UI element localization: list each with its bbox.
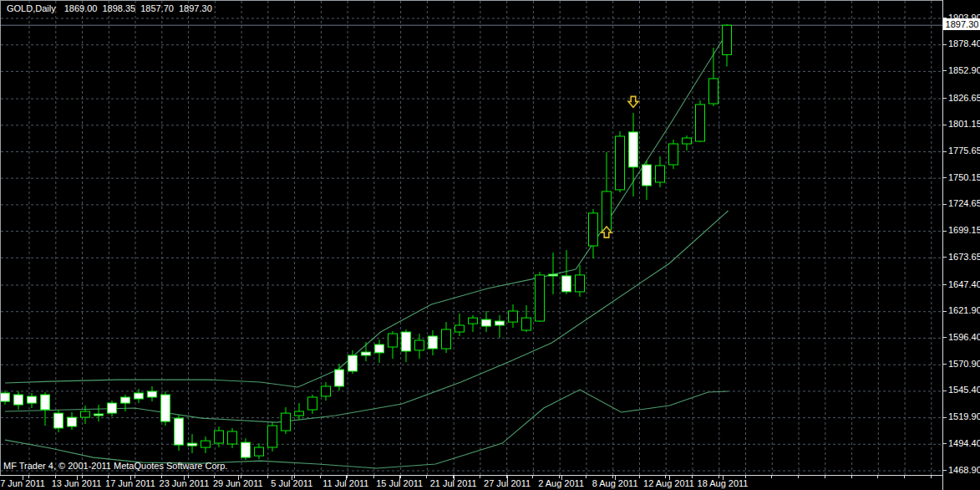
- candle-body[interactable]: [108, 403, 117, 413]
- candle-body[interactable]: [161, 395, 170, 421]
- candle-body[interactable]: [295, 411, 304, 416]
- candle-body[interactable]: [268, 426, 277, 447]
- time-axis-tick: [771, 476, 772, 478]
- price-axis-tick: [943, 443, 947, 444]
- price-axis-tick: [943, 337, 947, 338]
- time-axis-tick: [373, 476, 374, 478]
- candle-body[interactable]: [455, 325, 465, 332]
- time-axis-label: 12 Aug 2011: [643, 478, 694, 488]
- candle-body[interactable]: [135, 393, 144, 399]
- candle-body[interactable]: [576, 275, 585, 292]
- price-axis-label: 1647.40: [948, 279, 980, 290]
- symbol-period-label: GOLD,Daily: [7, 3, 56, 13]
- candle-body[interactable]: [402, 332, 411, 351]
- candle-body[interactable]: [348, 355, 358, 371]
- price-axis-label: 1775.65: [948, 145, 980, 156]
- candle-body[interactable]: [509, 311, 518, 322]
- time-axis-label: 29 Jun 2011: [213, 478, 263, 488]
- candle-body[interactable]: [415, 340, 424, 350]
- price-axis-label: 1750.15: [948, 172, 980, 183]
- candle-body[interactable]: [482, 319, 491, 326]
- time-axis-tick: [532, 476, 533, 478]
- price-axis-label: 1673.65: [948, 252, 980, 263]
- price-axis-tick: [943, 44, 947, 45]
- candle-body[interactable]: [442, 329, 451, 349]
- price-axis-tick: [943, 125, 947, 125]
- candle-body[interactable]: [81, 411, 90, 417]
- price-axis-label: 1724.65: [948, 198, 980, 209]
- candle-body[interactable]: [14, 395, 23, 405]
- time-axis-label: 5 Jul 2011: [271, 478, 312, 488]
- candle-body[interactable]: [255, 447, 264, 456]
- candle-body[interactable]: [602, 191, 612, 230]
- price-axis-label: 1570.90: [948, 359, 980, 370]
- price-axis-label: 1826.65: [948, 93, 980, 104]
- time-axis-tick: [798, 476, 799, 478]
- candle-body[interactable]: [696, 105, 705, 141]
- candle-body[interactable]: [629, 132, 638, 167]
- price-axis-label: 1519.90: [948, 411, 980, 422]
- candle-body[interactable]: [656, 166, 665, 182]
- candle-body[interactable]: [723, 25, 732, 54]
- candle-body[interactable]: [241, 442, 251, 457]
- candle-body[interactable]: [709, 79, 718, 104]
- candle-body[interactable]: [429, 336, 438, 349]
- candle-body[interactable]: [68, 417, 77, 426]
- candle-body[interactable]: [322, 386, 331, 396]
- candle-body[interactable]: [683, 138, 692, 144]
- candle-body[interactable]: [1, 393, 10, 401]
- ohlc-header: GOLD,Daily1869.001898.351857.701897.30: [7, 3, 217, 13]
- price-axis[interactable]: 1903.901878.401852.901826.651801.151775.…: [942, 0, 980, 490]
- time-axis-label: 7 Jun 2011: [0, 478, 45, 488]
- candle-body[interactable]: [41, 395, 50, 410]
- price-axis-label: 1494.40: [948, 438, 980, 449]
- candle-body[interactable]: [121, 397, 130, 403]
- time-axis-tick: [586, 476, 586, 478]
- price-axis-tick: [943, 311, 947, 312]
- price-axis-label: 1878.40: [948, 38, 980, 49]
- candle-body[interactable]: [335, 370, 344, 386]
- candle-body[interactable]: [175, 418, 184, 445]
- candle-body[interactable]: [669, 144, 678, 165]
- price-axis-label: 1468.90: [948, 465, 980, 476]
- time-axis-tick: [267, 476, 268, 478]
- time-axis-label: 8 Aug 2011: [592, 478, 638, 488]
- price-axis-tick: [943, 390, 947, 391]
- candle-body[interactable]: [282, 413, 291, 431]
- candle-body[interactable]: [148, 391, 157, 397]
- time-axis-label: 17 Jun 2011: [105, 478, 155, 488]
- time-axis[interactable]: 7 Jun 201113 Jun 201117 Jun 201123 Jun 2…: [0, 475, 942, 490]
- candle-body[interactable]: [469, 318, 478, 324]
- candle-body[interactable]: [562, 276, 571, 292]
- candle-body[interactable]: [375, 345, 384, 353]
- candle-body[interactable]: [642, 165, 652, 186]
- candle-body[interactable]: [54, 413, 63, 428]
- candle-body[interactable]: [536, 275, 545, 321]
- candle-body[interactable]: [308, 397, 317, 410]
- candle-body[interactable]: [522, 318, 531, 330]
- time-axis-tick: [426, 476, 427, 478]
- candle-body[interactable]: [616, 136, 625, 190]
- bollinger-upper-band: [5, 35, 725, 387]
- down-arrow-icon[interactable]: [628, 96, 638, 107]
- time-axis-tick: [825, 476, 825, 478]
- price-axis-label: 1699.15: [948, 225, 980, 236]
- candlestick-chart[interactable]: [1, 1, 943, 476]
- candle-body[interactable]: [495, 321, 505, 325]
- candle-body[interactable]: [201, 441, 211, 447]
- candle-body[interactable]: [94, 414, 104, 416]
- candle-body[interactable]: [549, 274, 558, 276]
- candle-body[interactable]: [388, 334, 398, 347]
- candle-body[interactable]: [188, 443, 197, 446]
- candle-body[interactable]: [28, 396, 37, 403]
- price-axis-tick: [943, 98, 947, 99]
- candle-body[interactable]: [228, 431, 237, 444]
- candle-body[interactable]: [589, 213, 598, 246]
- low-value: 1857.70: [140, 3, 174, 13]
- candle-body[interactable]: [215, 431, 224, 443]
- time-axis-tick: [931, 476, 932, 478]
- candle-body[interactable]: [362, 352, 371, 355]
- chart-plot-area[interactable]: GOLD,Daily1869.001898.351857.701897.30 M…: [0, 0, 942, 475]
- time-axis-label: 27 Jul 2011: [484, 478, 531, 488]
- price-axis-tick: [943, 364, 947, 365]
